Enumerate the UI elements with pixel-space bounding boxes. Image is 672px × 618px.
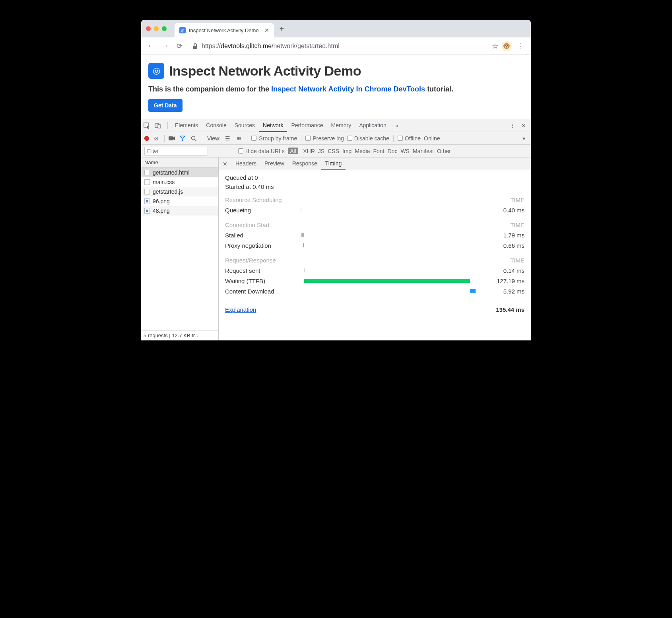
waterfall-icon[interactable]: ≋ [235, 135, 243, 142]
get-data-button[interactable]: Get Data [148, 99, 183, 112]
request-name: main.css [153, 179, 175, 185]
detail-tab-preview[interactable]: Preview [260, 157, 288, 170]
name-column-header[interactable]: Name [141, 157, 218, 168]
close-detail-icon[interactable]: ✕ [220, 161, 230, 167]
clear-icon[interactable]: ⊘ [152, 135, 160, 142]
intro-link[interactable]: Inspect Network Activity In Chrome DevTo… [271, 85, 427, 93]
detail-tabs: ✕ HeadersPreviewResponseTiming [219, 157, 531, 170]
large-rows-icon[interactable]: ☰ [224, 135, 232, 142]
timing-value: 5.92 ms [489, 288, 524, 295]
close-window-icon[interactable] [146, 26, 151, 31]
disable-cache-checkbox[interactable]: Disable cache [347, 135, 389, 142]
request-row[interactable]: main.css [141, 177, 218, 187]
timing-value: 0.14 ms [489, 267, 524, 274]
filter-type-js[interactable]: JS [317, 148, 326, 154]
hide-data-urls-checkbox[interactable]: Hide data URLs [238, 148, 285, 154]
timing-panel: Queued at 0 Started at 0.40 ms Resource … [219, 170, 531, 340]
record-button[interactable] [144, 136, 149, 141]
image-file-icon [144, 198, 150, 204]
preserve-log-checkbox[interactable]: Preserve log [305, 135, 344, 142]
more-tabs-icon[interactable]: » [392, 122, 402, 129]
request-row[interactable]: 96.png [141, 196, 218, 206]
back-button[interactable]: ← [145, 41, 156, 52]
filter-type-manifest[interactable]: Manifest [411, 148, 435, 154]
svg-point-4 [192, 136, 195, 140]
detail-tab-response[interactable]: Response [288, 157, 321, 170]
document-file-icon [144, 189, 150, 194]
reload-button[interactable]: ⟳ [174, 41, 185, 52]
filter-type-other[interactable]: Other [435, 148, 453, 154]
devtools-menu-icon[interactable]: ⋮ [508, 122, 517, 129]
url-path: /network/getstarted.html [272, 43, 340, 50]
search-icon[interactable] [191, 136, 199, 141]
detail-tab-headers[interactable]: Headers [231, 157, 260, 170]
total-time: 135.44 ms [496, 306, 524, 313]
offline-checkbox[interactable]: Offline [398, 135, 421, 142]
devtools-tab-application[interactable]: Application [355, 119, 390, 132]
filter-type-css[interactable]: CSS [326, 148, 341, 154]
group-by-frame-checkbox[interactable]: Group by frame [251, 135, 297, 142]
filter-type-ws[interactable]: WS [399, 148, 411, 154]
timing-bar-area [301, 207, 489, 213]
page-title: Inspect Network Activity Demo [169, 63, 361, 79]
explanation-link[interactable]: Explanation [225, 306, 256, 313]
timing-label: Queueing [225, 207, 301, 214]
timing-row: Content Download5.92 ms [225, 286, 524, 296]
request-row[interactable]: 48.png [141, 206, 218, 216]
timing-row: Queueing0.40 ms [225, 205, 524, 215]
maximize-window-icon[interactable] [162, 26, 167, 31]
timing-label: Stalled [225, 232, 301, 239]
timing-label: Request sent [225, 267, 301, 274]
timing-bar-area [301, 232, 489, 238]
url-bar: ← → ⟳ https://devtools.glitch.me/network… [141, 37, 531, 55]
devtools-tab-console[interactable]: Console [202, 119, 230, 132]
devtools-tab-network[interactable]: Network [259, 119, 287, 132]
timing-row: Request sent0.14 ms [225, 265, 524, 276]
timing-bar [301, 233, 304, 237]
devtools-tab-performance[interactable]: Performance [287, 119, 327, 132]
timing-section-header: Connection StartTIME [225, 222, 524, 228]
devtools-tab-memory[interactable]: Memory [327, 119, 355, 132]
timing-value: 127.19 ms [489, 278, 524, 284]
devtools-tabs: ElementsConsoleSourcesNetworkPerformance… [141, 119, 531, 132]
filter-type-all[interactable]: All [288, 148, 298, 154]
queued-text: Queued at 0 [225, 174, 524, 181]
tab-title: Inspect Network Activity Demo [189, 27, 259, 33]
intro-prefix: This is the companion demo for the [148, 85, 271, 93]
inspect-element-icon[interactable] [144, 122, 153, 129]
bookmark-star-icon[interactable]: ☆ [492, 42, 498, 51]
new-tab-button[interactable]: + [280, 24, 284, 33]
filter-type-xhr[interactable]: XHR [301, 148, 317, 154]
browser-tab[interactable]: ◎ Inspect Network Activity Demo ✕ [175, 23, 274, 37]
filter-type-media[interactable]: Media [353, 148, 371, 154]
close-tab-icon[interactable]: ✕ [264, 27, 269, 33]
request-row[interactable]: getstarted.html [141, 168, 218, 177]
timing-bar [304, 268, 305, 272]
detail-tab-timing[interactable]: Timing [321, 157, 346, 170]
filter-icon[interactable] [180, 136, 188, 141]
devtools-tab-sources[interactable]: Sources [231, 119, 259, 132]
camera-icon[interactable] [169, 136, 177, 141]
online-select[interactable]: Online [424, 135, 440, 142]
timing-section-header: Resource SchedulingTIME [225, 196, 524, 203]
tab-strip: ◎ Inspect Network Activity Demo ✕ + [141, 20, 531, 37]
throttling-dropdown-icon[interactable]: ▾ [520, 135, 528, 142]
address-bar[interactable]: https://devtools.glitch.me/network/getst… [188, 40, 489, 52]
device-toggle-icon[interactable] [155, 122, 164, 129]
filter-type-img[interactable]: Img [341, 148, 353, 154]
devtools-tab-elements[interactable]: Elements [171, 119, 202, 132]
page-intro: This is the companion demo for the Inspe… [148, 85, 524, 93]
forward-button[interactable]: → [159, 41, 171, 52]
request-row[interactable]: getstarted.js [141, 187, 218, 196]
timing-value: 1.79 ms [489, 232, 524, 239]
page-content: ◎ Inspect Network Activity Demo This is … [141, 55, 531, 119]
profile-avatar[interactable]: 🐵 [501, 41, 512, 51]
request-name: 48.png [153, 208, 170, 214]
filter-type-doc[interactable]: Doc [386, 148, 399, 154]
browser-menu-icon[interactable]: ⋮ [515, 42, 527, 51]
devtools-close-icon[interactable]: ✕ [519, 122, 528, 129]
filter-type-font[interactable]: Font [371, 148, 386, 154]
filter-input[interactable] [144, 147, 208, 155]
document-file-icon [144, 179, 150, 185]
minimize-window-icon[interactable] [154, 26, 159, 31]
